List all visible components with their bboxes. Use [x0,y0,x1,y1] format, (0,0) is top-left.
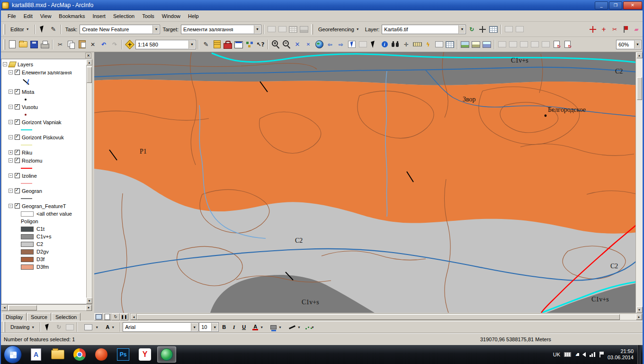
tree-expander-icon[interactable]: − [9,158,13,163]
underline-button[interactable]: U [239,322,249,332]
keyboard-icon[interactable] [564,352,571,357]
flag-tool-icon[interactable] [620,24,631,35]
tree-expander-icon[interactable]: − [9,105,13,109]
drawing-menu-button[interactable]: Drawing ▼ [7,323,38,331]
text-tool-button[interactable]: A ▼ [102,323,118,331]
layer-item[interactable]: −Geogran [3,187,86,195]
layer-item[interactable]: −Geogran_FeatureT [3,202,86,210]
copy-icon[interactable] [66,39,76,50]
select-elements-icon[interactable] [43,322,53,332]
layer-checkbox[interactable] [15,70,20,75]
chevron-down-icon[interactable]: ▼ [211,323,218,331]
add-data-icon[interactable] [125,39,135,50]
layer-checkbox[interactable] [15,150,20,155]
toc-close-icon[interactable]: ✕ [85,53,91,58]
line-color-button[interactable]: ▼ [286,324,304,330]
pause-drawing-icon[interactable]: ❚❚ [120,313,128,320]
toc-tab-source[interactable]: Source [27,313,51,321]
chevron-down-icon[interactable]: ▼ [458,25,465,34]
viewer-window-icon[interactable] [471,39,481,50]
action-center-flag-icon[interactable] [599,352,604,357]
menu-help[interactable]: Help [184,12,203,20]
save-icon[interactable] [29,39,39,50]
taskbar-media-app[interactable] [92,346,111,363]
layer-checkbox[interactable] [15,158,20,163]
data-view-button[interactable] [94,313,103,320]
layout-tool-2-icon[interactable] [508,39,518,50]
pan-layer-grayed-icon[interactable] [514,24,525,35]
tree-expander-icon[interactable]: − [3,62,7,66]
volume-icon[interactable] [582,352,586,357]
back-extent-icon[interactable]: ⇦ [325,39,335,50]
shape-tool-button[interactable]: ▼ [80,320,102,334]
fixed-zoom-out-icon[interactable]: ✕ [303,39,313,50]
toc-root-item[interactable]: −Layers [3,60,86,68]
toolbar-grip[interactable] [311,24,313,35]
layer-item[interactable]: −Vusotu [3,103,86,111]
menu-selection[interactable]: Selection [109,12,138,20]
layer-item[interactable]: −Gorizont Vapniak [3,118,86,126]
font-color-button[interactable]: A ▼ [249,323,267,332]
map-horizontal-scrollbar[interactable]: ◄ ► [130,313,643,320]
font-combobox[interactable]: Arial ▼ [123,322,198,332]
scroll-right-icon[interactable]: ► [636,314,642,320]
chevron-down-icon[interactable]: ▼ [191,323,198,331]
red-plus-tool-icon[interactable]: + [599,24,609,35]
layout-tool-3-icon[interactable] [519,39,529,50]
italic-button[interactable]: I [229,322,239,332]
attributes-icon[interactable] [288,24,298,35]
layout-view-button[interactable] [103,313,111,320]
toolbar-grip[interactable] [3,322,5,332]
toc-horizontal-scrollbar[interactable]: ◄ ► [1,304,92,311]
tree-expander-icon[interactable]: − [9,173,13,178]
show-desktop-button[interactable] [637,345,641,364]
full-extent-icon[interactable] [314,39,324,50]
edit-tool-icon[interactable] [37,24,48,35]
layer-item[interactable]: −Mista [3,88,86,96]
scroll-left-icon[interactable]: ◄ [1,305,8,311]
layer-item[interactable]: −Izoline [3,172,86,180]
chevron-down-icon[interactable]: ▼ [634,40,641,49]
go-to-xy-icon[interactable]: ✛ [401,39,411,50]
scroll-up-icon[interactable]: ▲ [636,52,643,58]
layer-checkbox[interactable] [15,119,20,125]
whats-this-icon[interactable]: ↖? [255,39,266,50]
tree-expander-icon[interactable]: − [9,204,13,208]
modelbuilder-icon[interactable] [244,39,255,50]
toolbar-grip[interactable] [3,39,5,50]
font-size-combobox[interactable]: 10 ▼ [199,322,219,332]
menu-view[interactable]: View [36,12,55,20]
scroll-down-icon[interactable]: ▼ [86,298,92,304]
editor-menu-button[interactable]: Editor ▼ [7,25,33,34]
editor-toolbar-icon[interactable]: ✎ [201,39,211,50]
data-view-refresh-icon[interactable] [551,39,562,50]
delete-icon[interactable]: ✕ [88,39,98,50]
clock[interactable]: 21:50 03.06.2014 [608,348,634,361]
marker-color-button[interactable]: ▼ [304,324,318,330]
arccatalog-icon[interactable] [212,39,222,50]
select-elements-icon[interactable] [368,39,379,50]
layer-checkbox[interactable] [15,173,20,178]
view-link-table-icon[interactable] [488,24,499,35]
close-button[interactable]: ✕ [623,1,642,9]
chevron-down-icon[interactable]: ▼ [152,25,160,34]
tree-expander-icon[interactable]: + [9,150,13,155]
tree-expander-icon[interactable]: − [9,90,13,94]
scroll-down-icon[interactable]: ▼ [636,307,643,313]
chevron-down-icon[interactable]: ▼ [188,40,196,49]
sketch-properties-icon[interactable] [299,24,309,35]
taskbar-photoshop[interactable]: Ps [114,346,133,363]
sketch-tool-icon[interactable]: ✎ [48,24,59,35]
taskbar-document-app[interactable]: A [27,346,45,363]
print-icon[interactable] [40,39,50,50]
scrollbar-thumb[interactable] [137,314,620,320]
hyperlink-icon[interactable]: ϟ [423,39,433,50]
target-combobox[interactable]: Елементи залягання ▼ [181,25,261,34]
georeferencing-menu-button[interactable]: Georeferencing ▼ [315,25,363,34]
chevron-down-icon[interactable]: ▼ [254,25,261,34]
cut-icon[interactable]: ✂ [55,39,65,50]
zoom-to-selected-icon[interactable] [64,322,75,332]
new-document-icon[interactable] [7,39,18,50]
scrollbar-thumb[interactable] [87,67,92,83]
layer-checkbox[interactable] [15,135,20,140]
